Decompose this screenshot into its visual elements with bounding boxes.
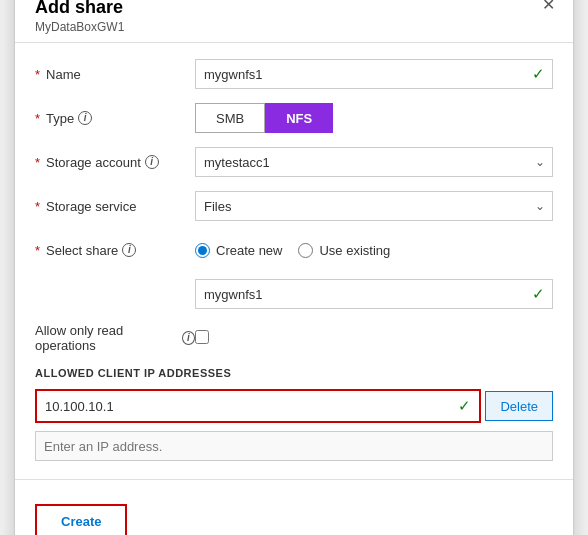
name-input[interactable]: [195, 59, 553, 89]
storage-account-row: * Storage account i mytestacc1 ⌄: [35, 147, 553, 177]
dialog-footer: Create: [15, 492, 573, 535]
ip-input-wrapper: ✓: [35, 389, 481, 423]
share-name-row: ✓: [35, 279, 553, 309]
create-button[interactable]: Create: [35, 504, 127, 535]
storage-service-select-wrapper: Files ⌄: [195, 191, 553, 221]
close-button[interactable]: ✕: [538, 0, 559, 17]
storage-service-row: * Storage service Files ⌄: [35, 191, 553, 221]
nfs-button[interactable]: NFS: [265, 103, 333, 133]
delete-button[interactable]: Delete: [485, 391, 553, 421]
ip-row-1: ✓ Delete: [35, 389, 553, 423]
ip-section-label: ALLOWED CLIENT IP ADDRESSES: [35, 367, 553, 379]
select-share-control: Create new Use existing: [195, 243, 553, 258]
ip-new-input-area: [35, 431, 553, 461]
storage-account-label: * Storage account i: [35, 155, 195, 170]
footer-divider: [15, 479, 573, 480]
required-star-storage: *: [35, 155, 40, 170]
name-check-icon: ✓: [532, 65, 545, 83]
ip-new-input[interactable]: [35, 431, 553, 461]
share-name-input[interactable]: [195, 279, 553, 309]
add-share-dialog: Add share MyDataBoxGW1 ✕ * Name ✓ * Type…: [14, 0, 574, 535]
use-existing-radio[interactable]: [298, 243, 313, 258]
type-row: * Type i SMB NFS: [35, 103, 553, 133]
dialog-subtitle: MyDataBoxGW1: [35, 20, 553, 34]
storage-account-select[interactable]: mytestacc1: [195, 147, 553, 177]
name-row: * Name ✓: [35, 59, 553, 89]
required-star-name: *: [35, 67, 40, 82]
type-control: SMB NFS: [195, 103, 553, 133]
storage-account-select-wrapper: mytestacc1 ⌄: [195, 147, 553, 177]
required-star-service: *: [35, 199, 40, 214]
storage-service-select[interactable]: Files: [195, 191, 553, 221]
allow-read-info-icon[interactable]: i: [182, 331, 195, 345]
ip-section: ALLOWED CLIENT IP ADDRESSES ✓ Delete: [35, 367, 553, 461]
select-share-radio-group: Create new Use existing: [195, 243, 553, 258]
ip-input[interactable]: [37, 391, 479, 421]
name-input-wrapper: ✓: [195, 59, 553, 89]
allow-read-row: Allow only read operations i: [35, 323, 553, 353]
use-existing-label[interactable]: Use existing: [298, 243, 390, 258]
allow-read-checkbox[interactable]: [195, 330, 209, 344]
dialog-header: Add share MyDataBoxGW1 ✕: [15, 0, 573, 43]
type-info-icon[interactable]: i: [78, 111, 92, 125]
type-label: * Type i: [35, 111, 195, 126]
required-star-share: *: [35, 243, 40, 258]
allow-read-control: [195, 330, 553, 347]
ip-check-icon: ✓: [458, 397, 471, 415]
select-share-row: * Select share i Create new Use existing: [35, 235, 553, 265]
create-new-radio[interactable]: [195, 243, 210, 258]
select-share-info-icon[interactable]: i: [122, 243, 136, 257]
dialog-body: * Name ✓ * Type i SMB NFS: [15, 43, 573, 479]
storage-account-info-icon[interactable]: i: [145, 155, 159, 169]
storage-account-control: mytestacc1 ⌄: [195, 147, 553, 177]
ip-new-row: [35, 431, 553, 461]
select-share-label: * Select share i: [35, 243, 195, 258]
required-star-type: *: [35, 111, 40, 126]
storage-service-control: Files ⌄: [195, 191, 553, 221]
share-name-check-icon: ✓: [532, 285, 545, 303]
storage-service-label: * Storage service: [35, 199, 195, 214]
smb-button[interactable]: SMB: [195, 103, 265, 133]
name-label: * Name: [35, 67, 195, 82]
type-buttons-group: SMB NFS: [195, 103, 553, 133]
create-new-label[interactable]: Create new: [195, 243, 282, 258]
name-control: ✓: [195, 59, 553, 89]
dialog-title: Add share: [35, 0, 553, 18]
share-name-input-wrapper: ✓: [195, 279, 553, 309]
share-name-control: ✓: [195, 279, 553, 309]
allow-read-label: Allow only read operations i: [35, 323, 195, 353]
